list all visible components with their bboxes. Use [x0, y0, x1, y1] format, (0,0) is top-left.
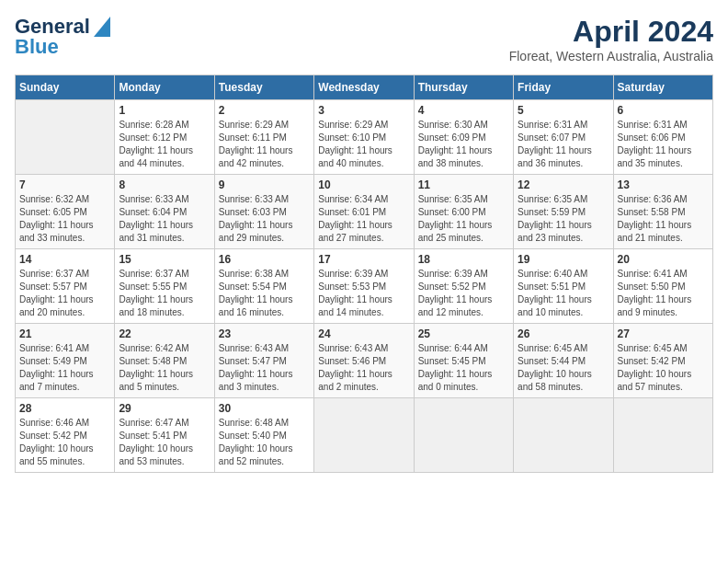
- day-number: 9: [219, 178, 310, 191]
- day-info: Sunrise: 6:39 AM Sunset: 5:52 PM Dayligh…: [418, 268, 509, 319]
- day-info: Sunrise: 6:28 AM Sunset: 6:12 PM Dayligh…: [119, 119, 210, 170]
- day-info: Sunrise: 6:46 AM Sunset: 5:42 PM Dayligh…: [19, 417, 110, 468]
- calendar-day-cell: 29Sunrise: 6:47 AM Sunset: 5:41 PM Dayli…: [115, 398, 214, 473]
- calendar-day-cell: 6Sunrise: 6:31 AM Sunset: 6:06 PM Daylig…: [613, 100, 712, 175]
- calendar-day-cell: [314, 398, 414, 473]
- logo-arrow-icon: [94, 17, 110, 37]
- weekday-header-cell: Tuesday: [214, 75, 313, 100]
- day-number: 7: [19, 178, 110, 191]
- calendar-week-row: 28Sunrise: 6:46 AM Sunset: 5:42 PM Dayli…: [16, 398, 713, 473]
- day-number: 2: [219, 104, 310, 117]
- day-info: Sunrise: 6:44 AM Sunset: 5:45 PM Dayligh…: [418, 342, 509, 394]
- calendar-day-cell: 3Sunrise: 6:29 AM Sunset: 6:10 PM Daylig…: [314, 100, 414, 175]
- calendar-day-cell: 13Sunrise: 6:36 AM Sunset: 5:58 PM Dayli…: [613, 175, 712, 249]
- calendar-day-cell: 30Sunrise: 6:48 AM Sunset: 5:40 PM Dayli…: [214, 398, 313, 473]
- logo: General Blue: [15, 15, 110, 59]
- calendar-day-cell: [414, 398, 513, 473]
- day-info: Sunrise: 6:30 AM Sunset: 6:09 PM Dayligh…: [418, 119, 509, 170]
- day-info: Sunrise: 6:35 AM Sunset: 5:59 PM Dayligh…: [518, 193, 609, 245]
- logo-blue-text: Blue: [15, 35, 59, 59]
- calendar-day-cell: 25Sunrise: 6:44 AM Sunset: 5:45 PM Dayli…: [414, 324, 513, 398]
- weekday-header-cell: Friday: [514, 75, 613, 100]
- calendar-day-cell: 14Sunrise: 6:37 AM Sunset: 5:57 PM Dayli…: [16, 249, 115, 324]
- day-info: Sunrise: 6:33 AM Sunset: 6:04 PM Dayligh…: [119, 193, 210, 245]
- day-info: Sunrise: 6:31 AM Sunset: 6:06 PM Dayligh…: [618, 119, 709, 170]
- calendar-day-cell: 23Sunrise: 6:43 AM Sunset: 5:47 PM Dayli…: [214, 324, 313, 398]
- day-info: Sunrise: 6:35 AM Sunset: 6:00 PM Dayligh…: [418, 193, 509, 245]
- day-number: 20: [618, 253, 709, 266]
- calendar-day-cell: 15Sunrise: 6:37 AM Sunset: 5:55 PM Dayli…: [115, 249, 214, 324]
- calendar-day-cell: 4Sunrise: 6:30 AM Sunset: 6:09 PM Daylig…: [414, 100, 513, 175]
- day-info: Sunrise: 6:45 AM Sunset: 5:44 PM Dayligh…: [518, 342, 609, 394]
- day-number: 12: [518, 178, 609, 191]
- day-info: Sunrise: 6:43 AM Sunset: 5:47 PM Dayligh…: [219, 342, 310, 394]
- calendar-week-row: 21Sunrise: 6:41 AM Sunset: 5:49 PM Dayli…: [16, 324, 713, 398]
- day-info: Sunrise: 6:32 AM Sunset: 6:05 PM Dayligh…: [19, 193, 110, 245]
- day-number: 25: [418, 327, 509, 340]
- day-info: Sunrise: 6:31 AM Sunset: 6:07 PM Dayligh…: [518, 119, 609, 170]
- calendar-day-cell: 20Sunrise: 6:41 AM Sunset: 5:50 PM Dayli…: [613, 249, 712, 324]
- day-info: Sunrise: 6:37 AM Sunset: 5:57 PM Dayligh…: [19, 268, 110, 319]
- calendar-day-cell: 5Sunrise: 6:31 AM Sunset: 6:07 PM Daylig…: [514, 100, 613, 175]
- calendar-day-cell: 2Sunrise: 6:29 AM Sunset: 6:11 PM Daylig…: [214, 100, 313, 175]
- calendar-week-row: 1Sunrise: 6:28 AM Sunset: 6:12 PM Daylig…: [16, 100, 713, 175]
- calendar-day-cell: [613, 398, 712, 473]
- calendar-day-cell: 8Sunrise: 6:33 AM Sunset: 6:04 PM Daylig…: [115, 175, 214, 249]
- day-number: 30: [219, 402, 310, 415]
- day-info: Sunrise: 6:36 AM Sunset: 5:58 PM Dayligh…: [618, 193, 709, 245]
- day-number: 22: [119, 327, 210, 340]
- day-info: Sunrise: 6:48 AM Sunset: 5:40 PM Dayligh…: [219, 417, 310, 468]
- day-number: 29: [119, 402, 210, 415]
- calendar-table: SundayMondayTuesdayWednesdayThursdayFrid…: [15, 75, 713, 473]
- calendar-day-cell: 17Sunrise: 6:39 AM Sunset: 5:53 PM Dayli…: [314, 249, 414, 324]
- day-number: 8: [119, 178, 210, 191]
- day-number: 4: [418, 104, 509, 117]
- weekday-header-cell: Saturday: [613, 75, 712, 100]
- day-number: 26: [518, 327, 609, 340]
- day-number: 19: [518, 253, 609, 266]
- day-number: 21: [19, 327, 110, 340]
- calendar-day-cell: 28Sunrise: 6:46 AM Sunset: 5:42 PM Dayli…: [16, 398, 115, 473]
- day-info: Sunrise: 6:29 AM Sunset: 6:11 PM Dayligh…: [219, 119, 310, 170]
- calendar-day-cell: [514, 398, 613, 473]
- day-number: 17: [318, 253, 409, 266]
- calendar-day-cell: 19Sunrise: 6:40 AM Sunset: 5:51 PM Dayli…: [514, 249, 613, 324]
- day-info: Sunrise: 6:37 AM Sunset: 5:55 PM Dayligh…: [119, 268, 210, 319]
- day-number: 24: [318, 327, 409, 340]
- calendar-day-cell: 16Sunrise: 6:38 AM Sunset: 5:54 PM Dayli…: [214, 249, 313, 324]
- svg-marker-0: [94, 17, 110, 37]
- calendar-day-cell: 11Sunrise: 6:35 AM Sunset: 6:00 PM Dayli…: [414, 175, 513, 249]
- calendar-week-row: 14Sunrise: 6:37 AM Sunset: 5:57 PM Dayli…: [16, 249, 713, 324]
- day-info: Sunrise: 6:41 AM Sunset: 5:50 PM Dayligh…: [618, 268, 709, 319]
- calendar-day-cell: 24Sunrise: 6:43 AM Sunset: 5:46 PM Dayli…: [314, 324, 414, 398]
- day-number: 5: [518, 104, 609, 117]
- weekday-header-cell: Sunday: [16, 75, 115, 100]
- day-number: 28: [19, 402, 110, 415]
- calendar-day-cell: 12Sunrise: 6:35 AM Sunset: 5:59 PM Dayli…: [514, 175, 613, 249]
- page-header: General Blue April 2024 Floreat, Western…: [15, 15, 713, 63]
- day-number: 1: [119, 104, 210, 117]
- day-info: Sunrise: 6:29 AM Sunset: 6:10 PM Dayligh…: [318, 119, 409, 170]
- calendar-day-cell: 7Sunrise: 6:32 AM Sunset: 6:05 PM Daylig…: [16, 175, 115, 249]
- calendar-day-cell: 10Sunrise: 6:34 AM Sunset: 6:01 PM Dayli…: [314, 175, 414, 249]
- day-number: 3: [318, 104, 409, 117]
- calendar-body: 1Sunrise: 6:28 AM Sunset: 6:12 PM Daylig…: [16, 100, 713, 473]
- calendar-day-cell: [16, 100, 115, 175]
- day-info: Sunrise: 6:42 AM Sunset: 5:48 PM Dayligh…: [119, 342, 210, 394]
- calendar-day-cell: 1Sunrise: 6:28 AM Sunset: 6:12 PM Daylig…: [115, 100, 214, 175]
- day-info: Sunrise: 6:45 AM Sunset: 5:42 PM Dayligh…: [618, 342, 709, 394]
- day-number: 6: [618, 104, 709, 117]
- day-number: 13: [618, 178, 709, 191]
- day-info: Sunrise: 6:47 AM Sunset: 5:41 PM Dayligh…: [119, 417, 210, 468]
- calendar-day-cell: 9Sunrise: 6:33 AM Sunset: 6:03 PM Daylig…: [214, 175, 313, 249]
- day-info: Sunrise: 6:33 AM Sunset: 6:03 PM Dayligh…: [219, 193, 310, 245]
- day-info: Sunrise: 6:40 AM Sunset: 5:51 PM Dayligh…: [518, 268, 609, 319]
- weekday-header-row: SundayMondayTuesdayWednesdayThursdayFrid…: [16, 75, 713, 100]
- day-info: Sunrise: 6:43 AM Sunset: 5:46 PM Dayligh…: [318, 342, 409, 394]
- weekday-header-cell: Thursday: [414, 75, 513, 100]
- day-info: Sunrise: 6:34 AM Sunset: 6:01 PM Dayligh…: [318, 193, 409, 245]
- day-number: 14: [19, 253, 110, 266]
- day-info: Sunrise: 6:39 AM Sunset: 5:53 PM Dayligh…: [318, 268, 409, 319]
- calendar-day-cell: 18Sunrise: 6:39 AM Sunset: 5:52 PM Dayli…: [414, 249, 513, 324]
- calendar-week-row: 7Sunrise: 6:32 AM Sunset: 6:05 PM Daylig…: [16, 175, 713, 249]
